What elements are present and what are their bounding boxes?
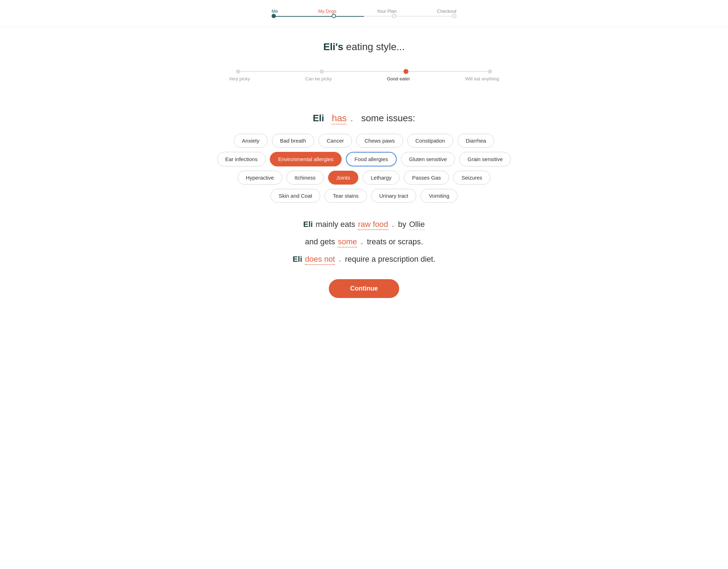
tag-chews-paws[interactable]: Chews paws [356, 134, 403, 148]
tag-cancer[interactable]: Cancer [318, 134, 352, 148]
slider-dot-2 [403, 69, 408, 74]
tag-food-allergies[interactable]: Food allergies [346, 152, 396, 166]
issues-section: Eli has ⌄ some issues: Anxiety Bad breat… [211, 113, 517, 203]
tag-diarrhea[interactable]: Diarrhea [457, 134, 494, 148]
slider-label-1: Can be picky [305, 76, 332, 81]
tag-bad-breath[interactable]: Bad breath [272, 134, 314, 148]
issues-tags-container: Anxiety Bad breath Cancer Chews paws Con… [211, 134, 517, 203]
step-label-checkout[interactable]: Checkout [437, 9, 456, 14]
step-label-mydogs[interactable]: My Dogs [318, 9, 336, 14]
step-dot-yourplan [392, 14, 396, 18]
tag-lethargy[interactable]: Lethargy [363, 171, 400, 185]
tag-hyperactive[interactable]: Hyperactive [237, 171, 282, 185]
food-type-dropdown[interactable]: raw food [358, 220, 388, 230]
tag-skin-and-coat[interactable]: Skin and Coat [271, 189, 320, 203]
treats-amount-dropdown[interactable]: some [338, 237, 357, 248]
prescription-sentence-line: Eli does not ⌄ require a prescription di… [211, 255, 517, 265]
step-label-me[interactable]: Me [272, 9, 278, 14]
brand-text: Ollie [409, 220, 425, 230]
tag-tear-stains[interactable]: Tear stains [325, 189, 367, 203]
progress-steps [272, 14, 456, 18]
tag-urinary-tract[interactable]: Urinary tract [371, 189, 417, 203]
issues-has-dropdown[interactable]: has [332, 113, 347, 124]
tag-constipation[interactable]: Constipation [407, 134, 453, 148]
slider-dot-3 [488, 69, 492, 74]
and-gets-label: and gets [305, 237, 335, 246]
slider-label-2: Good eater [387, 76, 410, 81]
treats-chevron-icon[interactable]: ⌄ [360, 240, 364, 245]
progress-nav: Me My Dogs Your Plan Checkout [0, 0, 728, 27]
tag-itchiness[interactable]: Itchiness [287, 171, 324, 185]
dog-name-eating: Eli's [323, 41, 343, 52]
issues-dog-name: Eli [313, 113, 324, 123]
step-dot-checkout [452, 14, 456, 18]
step-dot-mydogs [332, 14, 336, 18]
slider-labels: Very picky Can be picky Good eater Will … [229, 76, 499, 81]
issues-suffix: some issues: [361, 113, 415, 123]
prescription-dog-name: Eli [293, 255, 302, 264]
tag-seizures[interactable]: Seizures [453, 171, 490, 185]
treats-suffix: treats or scraps. [367, 237, 423, 246]
eating-title-suffix: eating style... [343, 41, 405, 52]
eating-style-section: Eli's eating style... Very picky Can be … [211, 41, 517, 96]
step-labels: Me My Dogs Your Plan Checkout [272, 9, 456, 14]
slider-label-3: Will eat anything [465, 76, 499, 81]
tag-ear-infections[interactable]: Ear infections [217, 152, 266, 166]
prescription-status-dropdown[interactable]: does not [305, 255, 335, 265]
food-sentence-line: Eli mainly eats raw food ⌄ by Ollie [211, 220, 517, 230]
tag-joints[interactable]: Joints [328, 171, 358, 185]
progress-active-track [272, 16, 364, 17]
slider-dot-1 [320, 69, 324, 74]
prescription-suffix: require a prescription diet. [345, 255, 435, 264]
main-content: Eli's eating style... Very picky Can be … [204, 27, 524, 319]
step-label-yourplan[interactable]: Your Plan [377, 9, 397, 14]
step-dot-me [272, 14, 276, 18]
tag-vomiting[interactable]: Vomiting [421, 189, 457, 203]
prescription-chevron-icon[interactable]: ⌄ [338, 257, 342, 263]
eating-style-title: Eli's eating style... [211, 41, 517, 53]
slider-dots [236, 69, 492, 74]
tag-environmental-allergies[interactable]: Environmental allergies [270, 152, 342, 166]
by-label: by [398, 220, 406, 229]
eating-slider[interactable]: Very picky Can be picky Good eater Will … [229, 64, 499, 96]
food-chevron-icon[interactable]: ⌄ [391, 222, 395, 228]
food-sentence-section: Eli mainly eats raw food ⌄ by Ollie and … [211, 220, 517, 265]
tag-anxiety[interactable]: Anxiety [234, 134, 268, 148]
food-dog-name: Eli [303, 220, 313, 229]
tag-gluten-sensitive[interactable]: Gluten sensitive [401, 152, 455, 166]
slider-track [236, 71, 492, 72]
mainly-eats-label: mainly eats [316, 220, 355, 229]
slider-label-0: Very picky [229, 76, 250, 81]
continue-button[interactable]: Continue [329, 279, 399, 298]
slider-dot-0 [236, 69, 240, 74]
treats-sentence-line: and gets some ⌄ treats or scraps. [211, 237, 517, 248]
tag-passes-gas[interactable]: Passes Gas [404, 171, 449, 185]
tag-grain-sensitive[interactable]: Grain sensitive [459, 152, 511, 166]
issues-chevron-icon[interactable]: ⌄ [349, 117, 354, 122]
issues-title: Eli has ⌄ some issues: [211, 113, 517, 124]
